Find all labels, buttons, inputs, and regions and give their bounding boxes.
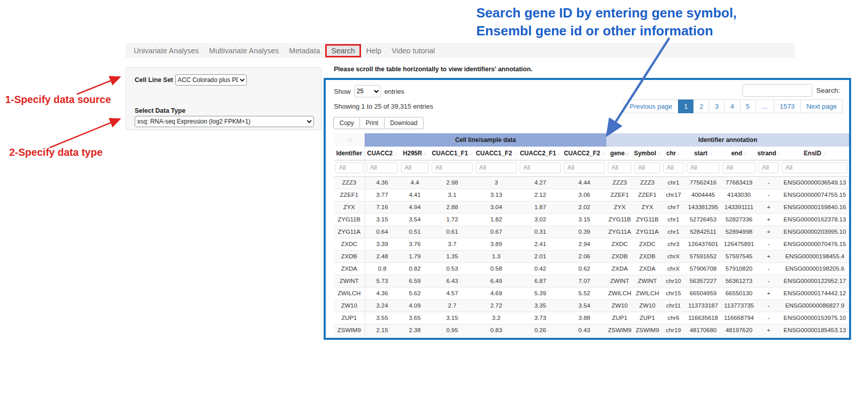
- cell-h295r: 2.38: [399, 324, 430, 336]
- filter-cell-gene: [606, 160, 633, 176]
- column-header-cuacc2-f1[interactable]: CUACC2_F1↓↑: [518, 147, 562, 160]
- cell-symbol: ZYG11B: [633, 213, 662, 226]
- filter-cell-cuacc1-f2: [474, 160, 518, 176]
- cell-cuacc2-f1: 0.26: [518, 324, 562, 336]
- cell-cuacc2: 3.15: [365, 213, 399, 226]
- sort-icon: ↓↑: [469, 151, 473, 156]
- cell-chr: chr10: [662, 275, 685, 287]
- cell-identifier: ZYG11A: [334, 226, 365, 238]
- cell-start: 48170680: [685, 324, 721, 336]
- column-header-cuacc1-f2[interactable]: CUACC1_F2↓↑: [474, 147, 518, 160]
- page-button-3[interactable]: 3: [709, 99, 725, 113]
- cell-identifier: ZWINT: [334, 275, 365, 287]
- download-button[interactable]: Download: [384, 117, 424, 129]
- nav-bar: Univariate AnalysesMultivariate Analyses…: [125, 43, 795, 58]
- cell-cuacc1-f1: 3.1: [430, 189, 474, 201]
- column-header-start[interactable]: start↓↑: [685, 147, 721, 160]
- cell-cuacc1-f1: 2.7: [430, 299, 474, 312]
- cell-chr: chr17: [662, 189, 685, 201]
- nav-item-help[interactable]: Help: [361, 46, 387, 56]
- column-header-gene[interactable]: gene↓↑: [606, 147, 633, 160]
- cell-cuacc2: 3.77: [365, 189, 399, 201]
- column-header-strand[interactable]: strand↓↑: [757, 147, 780, 160]
- filter-input-cuacc2-f1[interactable]: [520, 162, 561, 173]
- previous-page-button[interactable]: Previous page: [624, 99, 679, 113]
- filter-input-gene[interactable]: [608, 162, 631, 173]
- column-header-ensid[interactable]: EnsID↓↑: [780, 147, 849, 160]
- filter-input-identifier[interactable]: [335, 162, 363, 173]
- cell-cuacc2-f2: 3.88: [562, 312, 606, 324]
- page-button-2[interactable]: 2: [693, 99, 709, 113]
- cell-cuacc2: 0.8: [365, 262, 399, 275]
- column-header-chr[interactable]: chr↓↑: [662, 147, 685, 160]
- cell-gene: ZXDC: [606, 238, 633, 250]
- next-page-button[interactable]: Next page: [800, 99, 843, 113]
- page-button-1[interactable]: 1: [678, 99, 694, 113]
- page-button-1573[interactable]: 1573: [774, 99, 801, 113]
- cell-h295r: 4.41: [399, 189, 430, 201]
- cell-cuacc2: 4.36: [365, 287, 399, 299]
- filter-input-h295r[interactable]: [401, 162, 429, 173]
- cell-cuacc2-f1: 2.41: [518, 238, 562, 250]
- cell-cuacc2: 7.16: [365, 201, 399, 213]
- page-ellipsis[interactable]: …: [755, 99, 774, 113]
- cell-cuacc2-f2: 5.52: [562, 287, 606, 299]
- filter-input-ensid[interactable]: [782, 162, 848, 173]
- cell-cuacc1-f2: 4.69: [474, 287, 518, 299]
- sort-icon: ↓↑: [822, 151, 826, 156]
- page-button-4[interactable]: 4: [724, 99, 740, 113]
- cell-strand: +: [757, 213, 780, 226]
- annotation-step2: 2-Specify data type: [9, 147, 102, 158]
- column-header-cuacc1-f1[interactable]: CUACC1_F1↓↑: [430, 147, 474, 160]
- print-button[interactable]: Print: [359, 117, 385, 129]
- cell-strand: +: [757, 226, 780, 238]
- page-button-5[interactable]: 5: [740, 99, 756, 113]
- nav-item-multivariate-analyses[interactable]: Multivariate Analyses: [204, 46, 284, 56]
- table-row-zxda: ZXDA0.80.820.530.580.420.62ZXDAZXDAchrX5…: [334, 262, 849, 275]
- column-header-h295r[interactable]: H295R↓↑: [399, 147, 430, 160]
- filter-input-cuacc1-f2[interactable]: [476, 162, 517, 173]
- column-header-end[interactable]: end↓↑: [721, 147, 757, 160]
- copy-button[interactable]: Copy: [333, 117, 360, 129]
- column-header-symbol[interactable]: Symbol↓↑: [633, 147, 662, 160]
- identifier-sort-cell[interactable]: ↓↑: [334, 133, 365, 147]
- table-row-zyx: ZYX7.164.942.883.041.872.02ZYXZYXchr7143…: [334, 201, 849, 213]
- nav-item-search[interactable]: Search: [325, 44, 361, 57]
- column-header-cuacc2-f2[interactable]: CUACC2_F2↓↑: [562, 147, 606, 160]
- table-search-input[interactable]: [743, 84, 812, 97]
- cell-cuacc1-f1: 0.95: [430, 324, 474, 336]
- cell-gene: ZYG11A: [606, 226, 633, 238]
- filter-input-strand[interactable]: [758, 162, 779, 173]
- filter-input-symbol[interactable]: [634, 162, 660, 173]
- cell-strand: -: [757, 262, 780, 275]
- cell-chr: chr19: [662, 324, 685, 336]
- page: Search gene ID by entering gene symbol, …: [0, 0, 868, 407]
- filter-input-cuacc1-f1[interactable]: [432, 162, 473, 173]
- cell-cuacc2-f2: 3.54: [562, 299, 606, 312]
- cell-line-set-select[interactable]: ACC Colorado plus PDX: [175, 74, 247, 86]
- column-label: chr: [666, 150, 676, 157]
- cell-symbol: ZYX: [633, 201, 662, 213]
- filter-input-start[interactable]: [687, 162, 719, 173]
- cell-cuacc2-f2: 7.07: [562, 275, 606, 287]
- nav-item-metadata[interactable]: Metadata: [284, 46, 325, 56]
- filter-cell-cuacc1-f1: [430, 160, 474, 176]
- filter-input-chr[interactable]: [663, 162, 684, 173]
- page-length-select[interactable]: 25: [354, 85, 381, 97]
- cell-identifier: ZW10: [334, 299, 365, 312]
- filter-input-end[interactable]: [723, 162, 755, 173]
- filter-cell-ensid: [780, 160, 849, 176]
- nav-item-univariate-analyses[interactable]: Univariate Analyses: [129, 46, 204, 56]
- cell-identifier: ZYX: [334, 201, 365, 213]
- cell-cuacc2-f1: 1.87: [518, 201, 562, 213]
- search-tip-line2: Ensembl gene id or other information: [476, 22, 737, 40]
- cell-symbol: ZSWIM9: [633, 324, 662, 336]
- cell-h295r: 3.76: [399, 238, 430, 250]
- column-header-cuacc2[interactable]: CUACC2↓↑: [365, 147, 399, 160]
- filter-input-cuacc2[interactable]: [367, 162, 398, 173]
- nav-item-video-tutorial[interactable]: Video tutorial: [387, 46, 440, 56]
- cell-end: 48197620: [721, 324, 757, 336]
- filter-input-cuacc2-f2[interactable]: [564, 162, 605, 173]
- data-type-select[interactable]: xsq: RNA-seq Expression (log2 FPKM+1): [135, 116, 314, 127]
- column-header-identifier[interactable]: Identifier: [334, 147, 365, 160]
